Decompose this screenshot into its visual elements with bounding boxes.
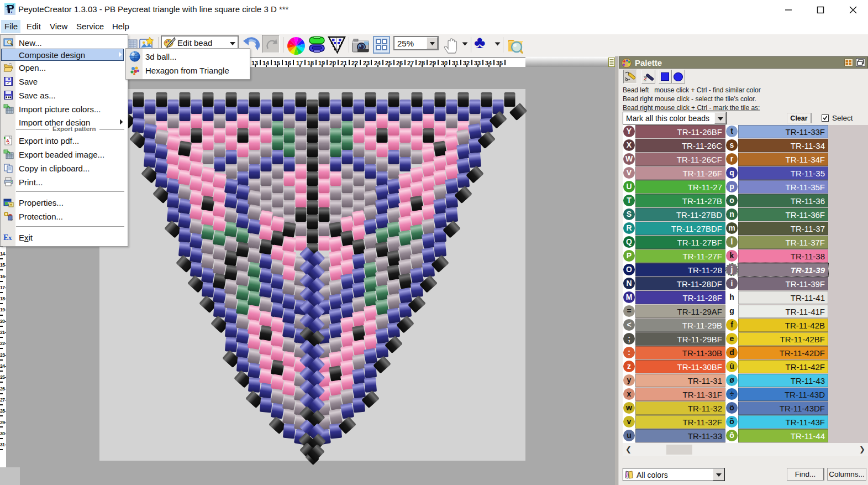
svg-text:A: A: [6, 138, 9, 143]
svg-text:E: E: [3, 233, 8, 242]
svg-text:ur: ur: [644, 79, 646, 82]
svg-text:x: x: [8, 233, 12, 242]
